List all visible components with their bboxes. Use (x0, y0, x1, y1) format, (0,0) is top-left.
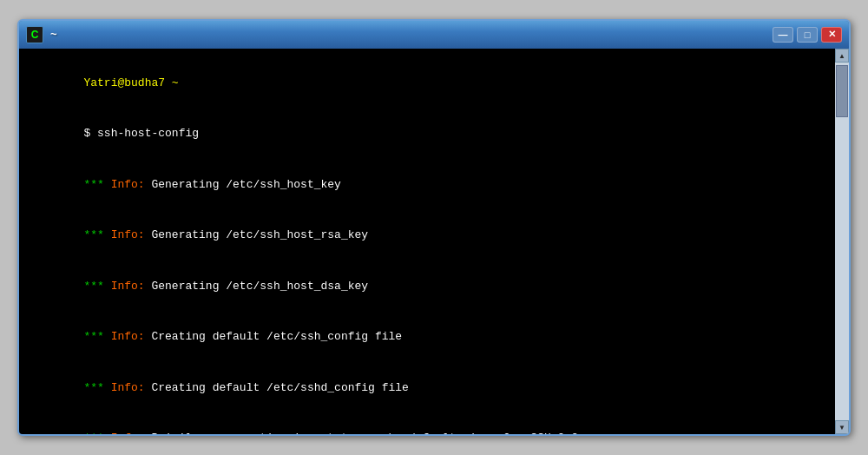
command-line: $ ssh-host-config (30, 109, 825, 160)
info-line-3: *** Info: Generating /etc/ssh_host_dsa_k… (30, 260, 825, 312)
window-body: Yatri@budha7 ~ $ ssh-host-config *** Inf… (19, 49, 849, 434)
maximize-button[interactable]: □ (797, 27, 818, 43)
scrollbar-track[interactable] (835, 63, 849, 420)
info-line-2: *** Info: Generating /etc/ssh_host_rsa_k… (30, 210, 825, 261)
prompt-line: Yatri@budha7 ~ (30, 57, 825, 109)
info-line-1: *** Info: Generating /etc/ssh_host_key (30, 159, 825, 210)
info-line-4: *** Info: Creating default /etc/ssh_conf… (30, 312, 825, 363)
prompt-user: Yatri@budha7 ~ (83, 76, 178, 89)
window-icon: C (26, 26, 43, 43)
prompt-cmd: $ ssh-host-config (83, 127, 199, 140)
close-button[interactable]: ✕ (821, 27, 842, 43)
scroll-down-button[interactable]: ▼ (835, 420, 849, 434)
terminal-window: C ~ — □ ✕ Yatri@budha7 ~ $ ssh-host-conf… (17, 19, 851, 436)
title-bar: C ~ — □ ✕ (19, 21, 849, 49)
terminal-area[interactable]: Yatri@budha7 ~ $ ssh-host-config *** Inf… (19, 49, 835, 434)
scroll-up-button[interactable]: ▲ (835, 49, 849, 63)
info-line-6: *** Info: Privilege separation is set to… (30, 413, 825, 435)
scrollbar-thumb[interactable] (836, 65, 848, 117)
minimize-button[interactable]: — (773, 27, 793, 43)
title-bar-buttons: — □ ✕ (773, 27, 842, 43)
info-line-5: *** Info: Creating default /etc/sshd_con… (30, 362, 825, 413)
window-title: ~ (50, 28, 773, 41)
scrollbar: ▲ ▼ (835, 49, 849, 434)
